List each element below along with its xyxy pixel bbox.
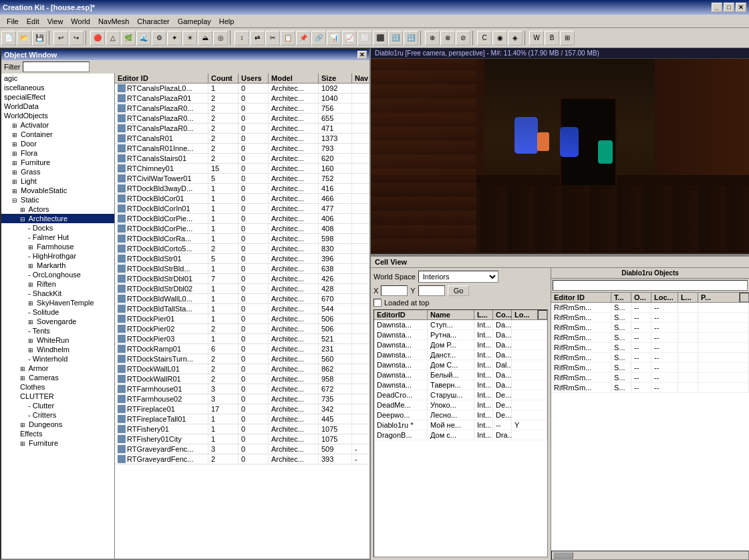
table-row[interactable]: RTCanalsStairs01 2 0 Architec... 620: [115, 154, 369, 164]
tree-item-docks[interactable]: - Docks: [1, 223, 114, 233]
diablo1ru-th-t[interactable]: T...: [611, 293, 631, 302]
tree-item-highhrothgar[interactable]: - HighHrothgar: [1, 251, 114, 261]
table-row[interactable]: RTDockBldCorto5... 2 0 Architec... 830: [115, 244, 369, 254]
table-row[interactable]: RTDockWallL01 2 0 Architec... 862: [115, 364, 369, 374]
table-row[interactable]: RTFishery01City 1 0 Architec... 1075: [115, 434, 369, 444]
toolbar-btn13[interactable]: ⇄: [250, 31, 265, 45]
table-row[interactable]: RTDockBldWallL0... 1 0 Architec... 670: [115, 294, 369, 304]
toolbar-btn6[interactable]: 🌊: [136, 31, 151, 45]
tree-item-cameras[interactable]: ⊞ Cameras: [1, 373, 114, 382]
toolbar-redo[interactable]: ↪: [69, 31, 84, 45]
table-row[interactable]: RTDockBldStrBld... 1 0 Architec... 638: [115, 264, 369, 274]
tree-item-movablestatic[interactable]: ⊞ MovableStatic: [1, 186, 114, 195]
th-model[interactable]: Model: [269, 74, 319, 83]
tree-item-effects[interactable]: Effects: [1, 429, 114, 438]
table-row[interactable]: RTFireplaceTall01 1 0 Architec... 445: [115, 414, 369, 424]
world-space-select[interactable]: Interiors Tamriel Sovngarde: [418, 271, 498, 283]
toolbar-undo[interactable]: ↩: [53, 31, 68, 45]
menu-edit[interactable]: Edit: [23, 16, 43, 27]
diablo1ru-row[interactable]: RifRmSm... S... -- --: [551, 353, 749, 363]
toolbar-btn5[interactable]: 🌿: [121, 31, 136, 45]
cell-row[interactable]: Diablo1ru * Мой не... Int... -- Y: [374, 420, 547, 430]
tree-item-sovengarde[interactable]: ⊞ Sovengarde: [1, 317, 114, 326]
table-row[interactable]: RTCanalsPlazaR0... 2 0 Architec... 756: [115, 104, 369, 114]
cell-row[interactable]: Dawnsta... Таверн... Int... Da...: [374, 380, 547, 390]
tree-item-furniture[interactable]: ⊞ Furniture: [1, 158, 114, 167]
tree-item-container[interactable]: ⊞ Container: [1, 130, 114, 139]
tree-item-markarth[interactable]: ⊞ Markarth: [1, 261, 114, 270]
table-row[interactable]: RTCanalsPlazaL0... 1 0 Architec... 1092: [115, 84, 369, 94]
tree-item-farmhouse[interactable]: ⊞ Farmhouse: [1, 242, 114, 251]
tree-item-orclonghouse[interactable]: - OrcLonghouse: [1, 270, 114, 279]
toolbar-btn23[interactable]: 🔣: [404, 31, 418, 45]
table-row[interactable]: RTDockBldCorRa... 1 0 Architec... 598: [115, 234, 369, 244]
menu-world[interactable]: World: [67, 16, 94, 27]
toolbar-btn10[interactable]: ⛰: [198, 31, 212, 45]
diablo1ru-row[interactable]: RifRmSm... S... -- --: [551, 323, 749, 333]
toolbar-btn16[interactable]: 📌: [296, 31, 311, 45]
menu-gameplay[interactable]: Gameplay: [174, 16, 215, 27]
toolbar-btn28[interactable]: ◉: [492, 31, 507, 45]
toolbar-btn18[interactable]: 📊: [327, 31, 341, 45]
minimize-button[interactable]: _: [712, 3, 722, 12]
menu-help[interactable]: Help: [215, 16, 239, 27]
cell-row[interactable]: Dawnsta... Ступ... Int... Da...: [374, 320, 547, 330]
toolbar-btn27[interactable]: C: [477, 31, 492, 45]
table-row[interactable]: RTFireplace01 17 0 Architec... 342: [115, 404, 369, 414]
toolbar-btn30[interactable]: W: [529, 31, 544, 45]
diablo1ru-th-o[interactable]: O...: [631, 293, 651, 302]
toolbar-btn9[interactable]: ☀: [182, 31, 197, 45]
toolbar-btn4[interactable]: △: [106, 31, 120, 45]
table-row[interactable]: RTCanalsR01Inne... 2 0 Architec... 793: [115, 144, 369, 154]
toolbar-btn22[interactable]: 🔢: [388, 31, 403, 45]
th-nav[interactable]: Nav▼: [352, 74, 369, 83]
toolbar-btn31[interactable]: B: [545, 31, 559, 45]
cell-row[interactable]: Dawnsta... Дом С... Int... Dal...: [374, 360, 547, 370]
table-row[interactable]: RTCanalsR01 2 0 Architec... 1373: [115, 134, 369, 144]
menu-file[interactable]: File: [3, 16, 23, 27]
tree-item-dungeons[interactable]: ⊞ Dungeons: [1, 420, 114, 429]
toolbar-btn12[interactable]: ↕: [235, 31, 249, 45]
diablo1ru-th-p[interactable]: P...: [698, 293, 740, 302]
maximize-button[interactable]: □: [724, 3, 734, 12]
table-row[interactable]: RTDockBldCorIn01 1 0 Architec... 477: [115, 204, 369, 214]
diablo1ru-hscroll[interactable]: [551, 551, 749, 560]
diablo1ru-row[interactable]: RifRmSm... S... -- --: [551, 343, 749, 353]
toolbar-btn15[interactable]: 📋: [281, 31, 295, 45]
table-row[interactable]: RTDockBldCorPie... 1 0 Architec... 406: [115, 214, 369, 224]
toolbar-btn20[interactable]: ⬜: [357, 31, 372, 45]
cell-th-l[interactable]: L...: [474, 310, 493, 319]
tree-item-architecture[interactable]: ⊟ Architecture: [1, 214, 114, 223]
table-row[interactable]: RTCanalsPlazaR0... 2 0 Architec... 655: [115, 114, 369, 124]
table-row[interactable]: RTDockWallR01 2 0 Architec... 958: [115, 374, 369, 384]
tree-item-critters[interactable]: - Critters: [1, 410, 114, 420]
cell-row[interactable]: Dawnsta... Данст... Int... Da...: [374, 350, 547, 360]
tree-item-worlddata[interactable]: WorldData: [1, 102, 114, 111]
diablo1ru-th-loc[interactable]: Loc...: [651, 293, 678, 302]
viewport-canvas[interactable]: [371, 59, 749, 253]
cell-row[interactable]: Dawnsta... Белый... Int... Da...: [374, 370, 547, 380]
toolbar-btn3[interactable]: 🔴: [90, 31, 105, 45]
toolbar-btn24[interactable]: ⊕: [425, 31, 440, 45]
table-row[interactable]: RTGraveyardFenc... 2 0 Architec... 393 -: [115, 454, 369, 464]
table-row[interactable]: RTDockBldCorPie... 1 0 Architec... 408: [115, 224, 369, 234]
go-button[interactable]: Go: [448, 285, 470, 296]
tree-item-misc[interactable]: iscellaneous: [1, 83, 114, 92]
close-button[interactable]: ✕: [736, 3, 746, 12]
toolbar-btn8[interactable]: ✦: [167, 31, 182, 45]
tree-item-solitude[interactable]: - Solitude: [1, 307, 114, 317]
table-row[interactable]: RTDockStairsTurn... 2 0 Architec... 560: [115, 354, 369, 364]
toolbar-open[interactable]: 📂: [17, 31, 31, 45]
tree-item-flora[interactable]: ⊞ Flora: [1, 148, 114, 158]
toolbar-btn26[interactable]: ⊘: [456, 31, 470, 45]
table-row[interactable]: RTCanalsPlazaR0... 2 0 Architec... 471: [115, 124, 369, 134]
cell-row[interactable]: Dawnsta... Рутна... Int... Da...: [374, 330, 547, 340]
diablo1ru-th-l[interactable]: L...: [678, 293, 698, 302]
tree-item-clutter2[interactable]: - Clutter: [1, 401, 114, 410]
diablo1ru-row[interactable]: RifRmSm... S... -- --: [551, 313, 749, 323]
cell-th-lo[interactable]: Lo...: [512, 310, 538, 319]
table-row[interactable]: RTDockBldCor01 1 0 Architec... 466: [115, 194, 369, 204]
tree-item-winterhold[interactable]: - Winterhold: [1, 354, 114, 364]
table-row[interactable]: RTChimney01 15 0 Architec... 160: [115, 164, 369, 174]
tree-item-furniture2[interactable]: ⊞ Furniture: [1, 438, 114, 448]
